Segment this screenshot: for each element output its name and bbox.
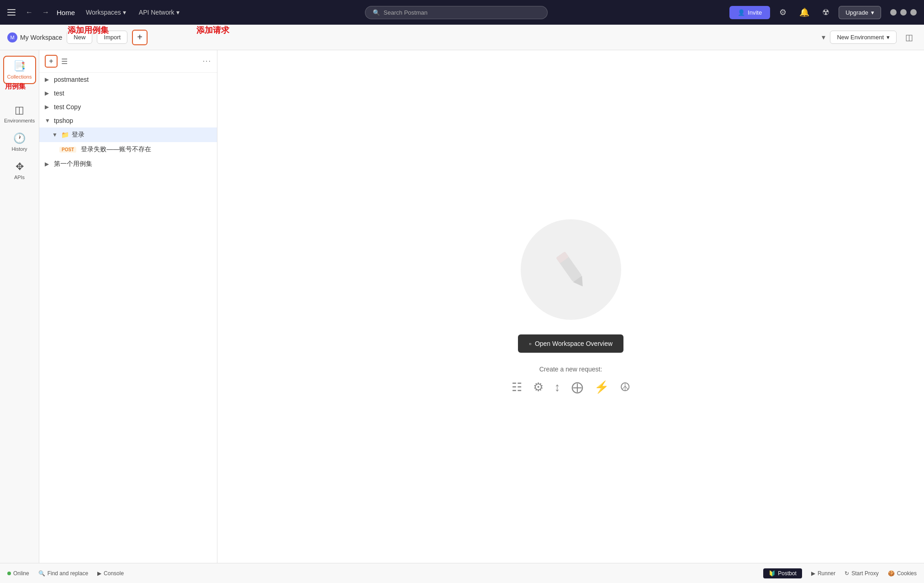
close-button[interactable] <box>910 9 917 16</box>
create-request-label: Create a new request: <box>539 366 602 373</box>
runner-icon: ▶ <box>811 570 815 577</box>
collections-icon: 📑 <box>13 60 26 72</box>
request-item-denglu-fail[interactable]: POST 登录失败——账号不存在 <box>39 142 217 157</box>
sidebar-item-environments[interactable]: ◫ Environments <box>3 101 36 127</box>
socketio-icon-button[interactable]: ⚡ <box>594 380 609 394</box>
settings-icon-button[interactable]: ⚙ <box>776 5 790 19</box>
add-tab-button[interactable]: + <box>132 30 148 45</box>
pencil-illustration <box>544 242 598 297</box>
cookies-button[interactable]: 🍪 Cookies <box>888 570 917 577</box>
api-network-menu[interactable]: API Network ▾ <box>135 7 183 18</box>
overview-icon: ▫ <box>529 340 531 347</box>
runner-button[interactable]: ▶ Runner <box>811 570 835 577</box>
notifications-icon-button[interactable]: 🔔 <box>796 5 813 19</box>
search-bar[interactable]: 🔍 Search Postman <box>365 6 548 19</box>
main-toolbar: M My Workspace New Import + 添加用例集 添加请求 ▾… <box>0 25 924 50</box>
toolbar-right: ▾ New Environment ▾ ◫ <box>822 30 917 45</box>
postbot-icon: 🔰 <box>769 570 776 577</box>
workspace-selector[interactable]: M My Workspace <box>7 32 62 42</box>
env-dropdown-toggle[interactable]: ▾ <box>822 33 825 42</box>
graphql-icon-button[interactable]: ⚙ <box>533 380 544 394</box>
sidebar-item-apis[interactable]: ✥ APIs <box>3 157 36 184</box>
new-button[interactable]: New <box>67 31 92 44</box>
environments-icon: ◫ <box>15 104 24 116</box>
upgrade-button[interactable]: Upgrade ▾ <box>839 6 881 19</box>
collection-item-postmantest[interactable]: ▶ postmantest <box>39 73 217 86</box>
chevron-right-icon: ▶ <box>45 76 51 83</box>
http-request-icon-button[interactable]: ☷ <box>512 380 522 394</box>
collection-item-test[interactable]: ▶ test <box>39 86 217 100</box>
postbot-button[interactable]: 🔰 Postbot <box>763 568 802 578</box>
find-replace-icon: 🔍 <box>38 570 45 577</box>
forward-button[interactable]: → <box>40 6 51 18</box>
chevron-right-icon: ▶ <box>45 90 51 96</box>
content-area: ▫ Open Workspace Overview Create a new r… <box>217 50 924 563</box>
window-controls <box>890 9 917 16</box>
search-icon: 🔍 <box>373 9 380 16</box>
apis-icon: ✥ <box>16 161 24 173</box>
request-type-icons: ☷ ⚙ ↕ ⨁ ⚡ ☮ <box>512 380 630 394</box>
back-button[interactable]: ← <box>24 6 35 18</box>
find-replace-button[interactable]: 🔍 Find and replace <box>38 570 88 577</box>
panel-filter-button[interactable]: ☰ <box>61 57 68 66</box>
person-icon: 👤 <box>738 9 745 16</box>
chevron-right-icon: ▶ <box>45 104 51 110</box>
workspaces-menu[interactable]: Workspaces ▾ <box>82 7 130 18</box>
maximize-button[interactable] <box>900 9 907 16</box>
workspace-graphic <box>521 219 621 320</box>
minimize-button[interactable] <box>890 9 897 16</box>
panel-toolbar: + ☰ ··· <box>39 50 217 73</box>
chevron-down-icon: ▼ <box>52 132 58 138</box>
chevron-right-icon: ▶ <box>45 161 51 167</box>
panel-add-button[interactable]: + <box>45 55 58 68</box>
sidebar-icons: 📑 Collections 用例集 ◫ Environments 🕐 Histo… <box>0 50 39 563</box>
mqtt-icon-button[interactable]: ☮ <box>620 380 630 394</box>
post-method-badge: POST <box>59 147 76 153</box>
avatar-icon-button[interactable]: ☢ <box>818 5 833 19</box>
statusbar: Online 🔍 Find and replace ▶ Console 🔰 Po… <box>0 563 924 583</box>
folder-icon: 📁 <box>61 131 69 138</box>
open-workspace-overview-button[interactable]: ▫ Open Workspace Overview <box>518 334 623 353</box>
menu-button[interactable] <box>7 7 18 18</box>
collection-item-tpshop[interactable]: ▼ tpshop <box>39 114 217 127</box>
chevron-down-icon: ▼ <box>45 117 51 124</box>
annotation-add-request: 添加请求 <box>196 25 229 36</box>
environment-selector[interactable]: New Environment ▾ <box>830 31 897 44</box>
layout-icon-button[interactable]: ◫ <box>901 30 917 45</box>
import-button[interactable]: Import <box>97 31 127 44</box>
collections-panel: + ☰ ··· ▶ postmantest ▶ test ▶ test Copy… <box>39 50 217 563</box>
history-icon: 🕐 <box>13 132 26 144</box>
collection-item-first[interactable]: ▶ 第一个用例集 <box>39 157 217 171</box>
statusbar-right: 🔰 Postbot ▶ Runner ↻ Start Proxy 🍪 Cooki… <box>763 568 917 578</box>
grpc-icon-button[interactable]: ↕ <box>554 380 560 394</box>
cookies-icon: 🍪 <box>888 570 895 577</box>
invite-button[interactable]: 👤 Invite <box>729 6 770 19</box>
sidebar-item-history[interactable]: 🕐 History <box>3 129 36 155</box>
online-dot <box>7 572 11 575</box>
titlebar: ← → Home Workspaces ▾ API Network ▾ 🔍 Se… <box>0 0 924 25</box>
sidebar-item-collections[interactable]: 📑 Collections <box>3 56 36 84</box>
console-icon: ▶ <box>97 570 101 577</box>
main-area: 📑 Collections 用例集 ◫ Environments 🕐 Histo… <box>0 50 924 563</box>
workspace-avatar: M <box>7 32 17 42</box>
collection-folder-denglu[interactable]: ▼ 📁 登录 <box>39 127 217 142</box>
websocket-icon-button[interactable]: ⨁ <box>571 380 583 394</box>
home-label: Home <box>57 9 75 16</box>
collection-item-testcopy[interactable]: ▶ test Copy <box>39 100 217 114</box>
online-status[interactable]: Online <box>7 570 29 577</box>
panel-more-button[interactable]: ··· <box>203 57 211 65</box>
start-proxy-button[interactable]: ↻ Start Proxy <box>845 570 878 577</box>
proxy-icon: ↻ <box>845 570 849 577</box>
console-button[interactable]: ▶ Console <box>97 570 124 577</box>
